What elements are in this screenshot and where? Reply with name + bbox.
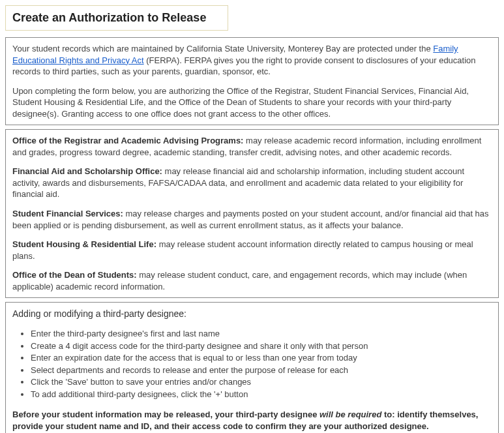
office-sfs-label: Student Financial Services:	[12, 209, 123, 218]
step-item: Create a 4 digit access code for the thi…	[31, 340, 492, 352]
page-title-box: Create an Authorization to Release	[5, 5, 228, 31]
instructions-heading: Adding or modifying a third-party design…	[12, 308, 492, 320]
office-housing-label: Student Housing & Residential Life:	[12, 239, 156, 249]
office-registrar: Office of the Registrar and Academic Adv…	[12, 135, 492, 158]
office-registrar-label: Office of the Registrar and Academic Adv…	[12, 136, 243, 145]
step-item: Click the 'Save' button to save your ent…	[31, 376, 492, 388]
intro-p1: Your student records which are maintaine…	[12, 43, 492, 78]
office-sfs: Student Financial Services: may release …	[12, 208, 492, 231]
intro-p1-a: Your student records which are maintaine…	[12, 44, 433, 53]
step-item: Select departments and records to releas…	[31, 365, 492, 376]
step-item: Enter the third-party designee's first a…	[31, 328, 492, 340]
page-title: Create an Authorization to Release	[12, 11, 221, 25]
req-a: Before your student information may be r…	[12, 410, 319, 419]
req-em: will be required	[319, 410, 381, 419]
steps-list: Enter the third-party designee's first a…	[12, 328, 492, 400]
intro-panel: Your student records which are maintaine…	[5, 37, 499, 125]
instructions-panel: Adding or modifying a third-party design…	[5, 302, 499, 433]
intro-p2: Upon completing the form below, you are …	[12, 85, 492, 120]
office-dean-label: Office of the Dean of Students:	[12, 270, 137, 280]
office-dean: Office of the Dean of Students: may rele…	[12, 269, 492, 292]
step-item: To add additional third-party designees,…	[31, 389, 492, 400]
office-finaid: Financial Aid and Scholarship Office: ma…	[12, 166, 492, 200]
office-finaid-label: Financial Aid and Scholarship Office:	[12, 166, 162, 176]
offices-panel: Office of the Registrar and Academic Adv…	[5, 129, 499, 298]
step-item: Enter an expiration date for the access …	[31, 352, 492, 364]
office-housing: Student Housing & Residential Life: may …	[12, 239, 492, 261]
requirement-line: Before your student information may be r…	[12, 409, 492, 432]
